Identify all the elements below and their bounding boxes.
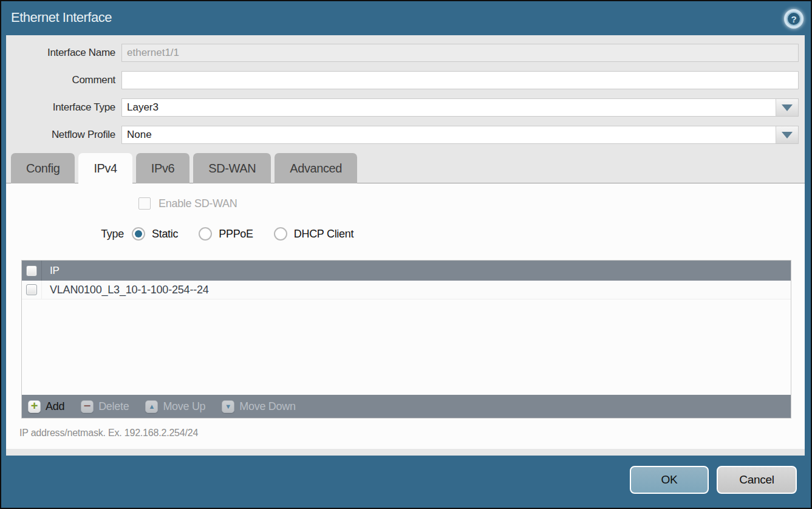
arrow-down-icon: ▼ [222, 400, 234, 413]
radio-button-icon [199, 227, 212, 241]
minus-icon: − [81, 400, 94, 413]
tab-ipv4[interactable]: IPv4 [78, 153, 132, 183]
comment-label: Comment [6, 74, 121, 86]
row-checkbox[interactable] [26, 284, 37, 295]
arrow-up-icon: ▲ [145, 400, 158, 413]
radio-pppoe[interactable]: PPPoE [199, 227, 253, 241]
radio-dhcp-client[interactable]: DHCP Client [274, 227, 353, 241]
move-down-button-label: Move Down [239, 400, 295, 413]
tab-advanced[interactable]: Advanced [275, 153, 357, 183]
dialog-footer: OK Cancel [1, 456, 811, 508]
row-checkbox-cell [22, 281, 42, 299]
radio-button-icon [132, 227, 145, 241]
comment-field-wrap [121, 71, 799, 89]
comment-row: Comment [6, 71, 805, 89]
dialog-body: Interface Name Comment Interface Type Ne… [6, 35, 805, 456]
table-row[interactable]: VLAN0100_L3_10-1-100-254--24 [22, 281, 791, 299]
interface-type-dropdown-button[interactable] [776, 99, 798, 116]
comment-input[interactable] [122, 72, 798, 89]
move-down-button: ▼ Move Down [222, 400, 295, 413]
radio-dhcp-client-label: DHCP Client [294, 228, 353, 241]
select-all-cell [22, 261, 42, 281]
ip-cell: VLAN0100_L3_10-1-100-254--24 [42, 284, 209, 296]
delete-button: − Delete [81, 400, 129, 413]
ipv4-tab-panel: Enable SD-WAN Type Static PPPoE DHCP Cli… [6, 183, 805, 449]
netflow-profile-label: Netflow Profile [6, 129, 121, 141]
ip-table: IP VLAN0100_L3_10-1-100-254--24 + Add [21, 260, 791, 418]
interface-type-row: Interface Type [6, 98, 805, 117]
netflow-profile-row: Netflow Profile [6, 126, 805, 144]
interface-type-input[interactable] [122, 99, 776, 116]
interface-name-input [122, 44, 798, 61]
chevron-down-icon [782, 104, 793, 111]
move-up-button: ▲ Move Up [145, 400, 205, 413]
enable-sdwan-label: Enable SD-WAN [159, 197, 237, 210]
radio-static-label: Static [152, 228, 178, 241]
select-all-checkbox[interactable] [26, 265, 37, 276]
add-button-label: Add [46, 400, 64, 413]
netflow-profile-input[interactable] [122, 126, 776, 143]
ip-table-header: IP [22, 261, 791, 281]
ip-netmask-hint: IP address/netmask. Ex. 192.168.2.254/24 [19, 428, 805, 439]
help-icon: ? [786, 12, 801, 26]
interface-type-label: Interface Type [6, 101, 121, 114]
interface-type-field-wrap [121, 98, 799, 117]
tab-bar: Config IPv4 IPv6 SD-WAN Advanced [11, 153, 805, 183]
plus-icon: + [28, 400, 41, 413]
table-empty-area [22, 299, 791, 395]
cancel-button[interactable]: Cancel [717, 466, 797, 494]
tab-sdwan[interactable]: SD-WAN [193, 153, 271, 183]
radio-static[interactable]: Static [132, 227, 178, 241]
help-button[interactable]: ? [784, 9, 803, 29]
interface-name-row: Interface Name [6, 44, 805, 62]
type-label: Type [6, 228, 124, 241]
chevron-down-icon [782, 132, 793, 138]
enable-sdwan-row: Enable SD-WAN [138, 197, 805, 210]
netflow-profile-dropdown-button[interactable] [776, 126, 798, 143]
tab-config[interactable]: Config [11, 153, 75, 183]
netflow-profile-field-wrap [121, 126, 799, 144]
ok-button[interactable]: OK [630, 466, 709, 494]
delete-button-label: Delete [98, 400, 129, 413]
radio-pppoe-label: PPPoE [219, 228, 253, 241]
enable-sdwan-checkbox [138, 197, 151, 210]
move-up-button-label: Move Up [163, 400, 205, 413]
radio-button-icon [274, 227, 287, 241]
type-row: Type Static PPPoE DHCP Client [6, 227, 805, 241]
tab-ipv6[interactable]: IPv6 [136, 153, 189, 183]
titlebar: Ethernet Interface ? [1, 1, 811, 35]
interface-name-label: Interface Name [6, 47, 121, 59]
ip-column-header: IP [42, 265, 60, 277]
add-button[interactable]: + Add [28, 400, 64, 413]
table-toolbar: + Add − Delete ▲ Move Up [22, 395, 791, 418]
dialog-title: Ethernet Interface [11, 10, 112, 26]
interface-name-field-wrap [121, 44, 799, 62]
ethernet-interface-dialog: Ethernet Interface ? Interface Name Comm… [0, 0, 812, 509]
